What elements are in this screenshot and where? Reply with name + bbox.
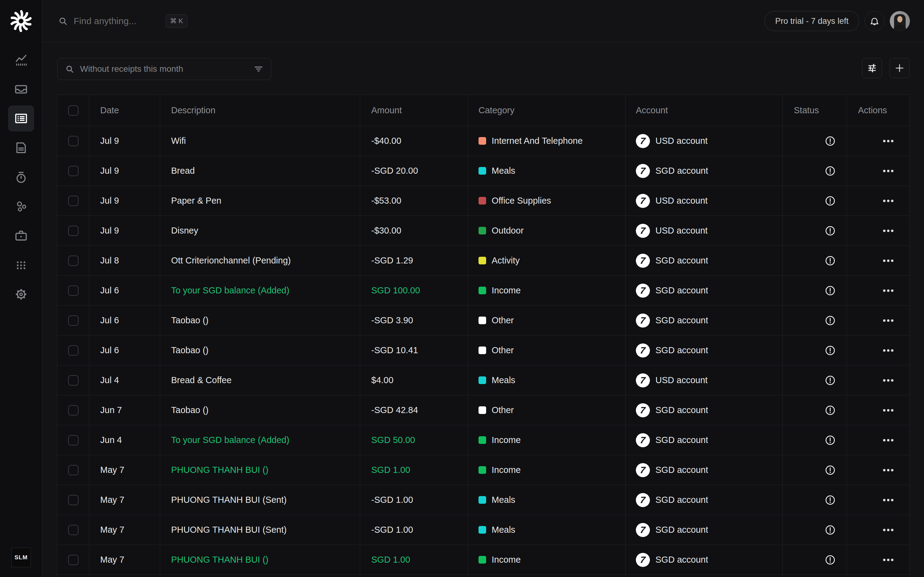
sidebar-item-inbox[interactable] [8, 76, 34, 102]
row-actions-button[interactable] [883, 289, 885, 292]
notifications-button[interactable] [864, 11, 885, 31]
row-checkbox[interactable] [68, 136, 79, 146]
row-checkbox[interactable] [68, 345, 79, 356]
row-checkbox[interactable] [68, 256, 79, 266]
status-alert-button[interactable] [825, 135, 836, 147]
table-row[interactable]: May 7 PHUONG THANH BUI () SGD 1.00 Incom… [57, 545, 909, 575]
status-alert-button[interactable] [825, 435, 836, 446]
transactions-filter-input[interactable]: Without receipts this month [57, 58, 271, 80]
table-row[interactable]: Jul 9 Disney -$30.00 Outdoor 7 USD accou… [57, 216, 909, 246]
transaction-date: May 7 [100, 525, 124, 535]
sidebar-item-timer[interactable] [8, 164, 34, 190]
row-actions-button[interactable] [883, 259, 885, 262]
table-row[interactable]: Jul 6 To your SGD balance (Added) SGD 10… [57, 276, 909, 306]
table-row[interactable]: May 7 PHUONG THANH BUI () SGD 1.00 Incom… [57, 455, 909, 485]
transaction-amount: -$40.00 [371, 136, 401, 146]
sidebar-item-categories[interactable] [8, 193, 34, 219]
category-color-swatch [478, 257, 486, 264]
sidebar-item-apps[interactable] [8, 252, 34, 278]
avatar-photo [890, 11, 910, 31]
row-checkbox[interactable] [68, 315, 79, 326]
table-row[interactable]: Jul 4 Bread & Coffee $4.00 Meals 7 USD a… [57, 366, 909, 395]
status-alert-button[interactable] [825, 285, 836, 296]
global-search-input[interactable]: Find anything... ⌘ K [58, 15, 187, 28]
table-row[interactable]: Jun 4 To your SGD balance (Added) SGD 50… [57, 425, 909, 455]
transaction-date: Jul 6 [100, 345, 119, 355]
sidebar-item-documents[interactable] [8, 135, 34, 161]
table-row-partial [57, 575, 909, 577]
filter-funnel-icon[interactable] [253, 64, 264, 74]
grid-dots-icon [14, 258, 28, 272]
sidebar-item-settings[interactable] [8, 282, 34, 307]
category-label: Other [492, 315, 514, 326]
row-actions-button[interactable] [883, 170, 885, 172]
table-row[interactable]: Jul 9 Wifi -$40.00 Internet And Telephon… [57, 126, 909, 156]
category-label: Activity [492, 256, 520, 266]
account-currency-icon: 7 [636, 254, 650, 268]
table-row[interactable]: Jun 7 Taobao () -SGD 42.84 Other 7 SGD a… [57, 395, 909, 425]
status-alert-button[interactable] [825, 465, 836, 475]
status-alert-button[interactable] [825, 375, 836, 386]
table-row[interactable]: May 7 PHUONG THANH BUI (Sent) -SGD 1.00 … [57, 515, 909, 545]
account-label: SGD account [656, 555, 708, 565]
status-alert-button[interactable] [825, 495, 836, 506]
row-checkbox[interactable] [68, 196, 79, 206]
status-alert-button[interactable] [825, 405, 836, 416]
status-alert-button[interactable] [825, 225, 836, 236]
transaction-description: Wifi [171, 136, 186, 146]
pro-trial-button[interactable]: Pro trial - 7 days left [764, 11, 859, 31]
row-actions-button[interactable] [883, 140, 885, 142]
row-checkbox[interactable] [68, 375, 79, 385]
sidebar-item-transactions[interactable] [8, 106, 34, 131]
row-actions-button[interactable] [883, 319, 885, 322]
row-actions-button[interactable] [883, 200, 885, 202]
row-actions-button[interactable] [883, 499, 885, 501]
column-header-amount: Amount [360, 95, 468, 126]
add-transaction-button[interactable] [890, 58, 909, 78]
row-checkbox[interactable] [68, 226, 79, 236]
status-alert-icon [825, 435, 836, 446]
row-actions-button[interactable] [883, 469, 885, 471]
account-icon-glyph: 7 [640, 256, 646, 266]
status-alert-icon [825, 195, 836, 206]
sidebar-nav [8, 47, 34, 307]
row-checkbox[interactable] [68, 525, 79, 535]
status-alert-icon [825, 405, 836, 416]
row-checkbox[interactable] [68, 285, 79, 296]
status-alert-icon [825, 465, 836, 475]
table-row[interactable]: Jul 8 Ott Criterionchannel (Pending) -SG… [57, 246, 909, 276]
category-label: Meals [492, 375, 515, 385]
status-alert-button[interactable] [825, 554, 836, 566]
row-checkbox[interactable] [68, 435, 79, 445]
row-checkbox[interactable] [68, 495, 79, 505]
row-actions-button[interactable] [883, 559, 885, 561]
status-alert-button[interactable] [825, 524, 836, 535]
row-actions-button[interactable] [883, 379, 885, 382]
select-all-checkbox[interactable] [68, 105, 79, 116]
sidebar-item-analytics[interactable] [8, 47, 34, 73]
status-alert-button[interactable] [825, 166, 836, 176]
table-row[interactable]: May 7 PHUONG THANH BUI (Sent) -SGD 1.00 … [57, 485, 909, 515]
status-alert-button[interactable] [825, 315, 836, 326]
status-alert-button[interactable] [825, 255, 836, 266]
transaction-amount: $4.00 [371, 375, 394, 385]
row-checkbox[interactable] [68, 405, 79, 416]
table-row[interactable]: Jul 6 Taobao () -SGD 10.41 Other 7 SGD a… [57, 335, 909, 366]
table-settings-button[interactable] [862, 58, 882, 78]
row-checkbox[interactable] [68, 465, 79, 475]
row-actions-button[interactable] [883, 439, 885, 442]
user-avatar[interactable] [890, 11, 910, 31]
status-alert-button[interactable] [825, 345, 836, 356]
table-row[interactable]: Jul 9 Paper & Pen -$53.00 Office Supplie… [57, 186, 909, 216]
table-row[interactable]: Jul 9 Bread -SGD 20.00 Meals 7 SGD accou… [57, 156, 909, 186]
row-actions-button[interactable] [883, 230, 885, 232]
row-checkbox[interactable] [68, 166, 79, 176]
row-checkbox[interactable] [68, 555, 79, 565]
row-actions-button[interactable] [883, 409, 885, 411]
account-icon-glyph: 7 [640, 285, 646, 296]
sidebar-item-work[interactable] [8, 223, 34, 248]
table-row[interactable]: Jul 6 Taobao () -SGD 3.90 Other 7 SGD ac… [57, 306, 909, 335]
status-alert-button[interactable] [825, 195, 836, 206]
row-actions-button[interactable] [883, 349, 885, 352]
row-actions-button[interactable] [883, 529, 885, 531]
